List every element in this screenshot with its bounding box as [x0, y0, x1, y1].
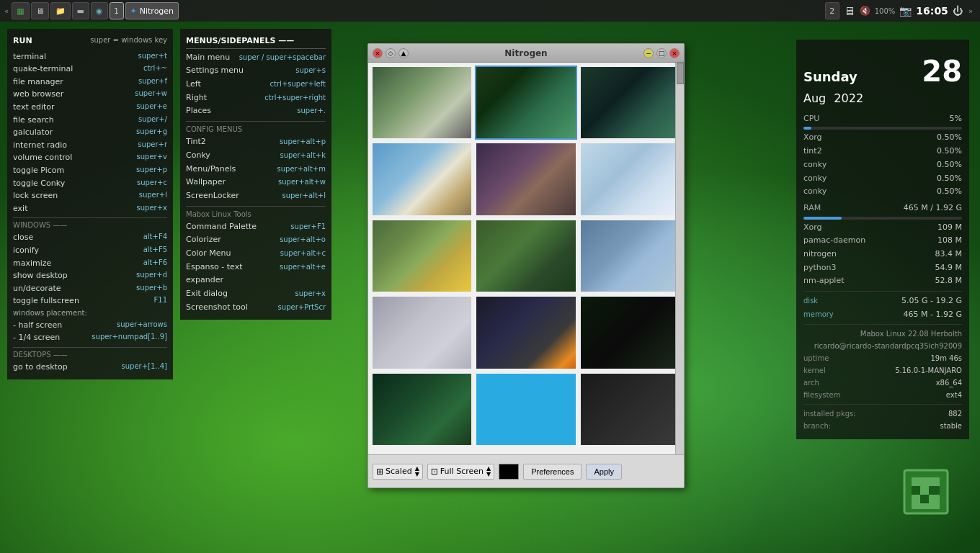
scaled-down-arrow[interactable]: ▼ — [415, 472, 419, 477]
fullscreen-label: Full Screen — [440, 467, 484, 476]
workspace-number-1[interactable]: 1 — [110, 2, 124, 19]
menu-espanso[interactable]: Espanso - text expandersuper+alt+e — [186, 261, 326, 287]
power-icon[interactable]: ⏻ — [953, 5, 963, 17]
window-x-button[interactable]: × — [669, 48, 680, 58]
wallpaper-thumb-15[interactable] — [579, 372, 681, 446]
shortcut-terminal[interactable]: terminalsuper+t — [13, 50, 167, 63]
proc-conky2: conky0.50% — [803, 172, 962, 186]
menu-screenshot[interactable]: Screenshot toolsuper+PrtScr — [186, 301, 326, 315]
shortcut-exit[interactable]: exitsuper+x — [13, 202, 167, 215]
scaled-spinner[interactable]: ▲ ▼ — [415, 466, 419, 477]
shortcut-undecorate[interactable]: un/decoratesuper+b — [13, 282, 167, 295]
cpu-bar-fill — [803, 127, 811, 130]
os-label: Mabox Linux 22.08 Herbolth — [803, 328, 962, 340]
shortcut-editor[interactable]: text editorsuper+e — [13, 101, 167, 114]
menu-settings[interactable]: Settings menusuper+s — [186, 64, 326, 78]
mode-scaled-container: ⊞ Scaled ▲ ▼ — [373, 464, 423, 480]
wallpaper-thumb-6[interactable] — [579, 142, 681, 216]
menu-cmdpalette[interactable]: Command Palettesuper+F1 — [186, 220, 326, 234]
taskbar-left-arrow[interactable]: « — [3, 7, 10, 15]
color-swatch[interactable] — [499, 464, 519, 480]
taskbar-right-arrow[interactable]: » — [967, 7, 974, 15]
shortcut-quarterscreen[interactable]: - 1/4 screensuper+numpad[1..9] — [13, 331, 167, 344]
wallpaper-thumb-2[interactable] — [475, 66, 576, 140]
wallpaper-thumb-16[interactable] — [579, 449, 681, 451]
menu-tint2[interactable]: Tint2super+alt+p — [186, 135, 326, 149]
proc-xorg: Xorg0.50% — [803, 131, 962, 145]
shortcut-browser[interactable]: web browsersuper+w — [13, 88, 167, 101]
wallpaper-thumb-9[interactable] — [579, 219, 681, 293]
window-close-button[interactable]: × — [373, 48, 383, 58]
kernel-row: kernel 5.16.0-1-MANJARO — [803, 364, 962, 377]
svg-rect-10 — [912, 503, 940, 509]
shortcut-fullscreen[interactable]: toggle fullscreenF11 — [13, 295, 167, 307]
taskbar-workspace-files[interactable]: 📁 — [50, 2, 71, 19]
preferences-button[interactable]: Preferences — [523, 464, 582, 480]
shortcut-filemanager[interactable]: file managersuper+f — [13, 76, 167, 89]
wallpaper-thumb-1[interactable] — [371, 66, 473, 140]
menu-right[interactable]: Rightctrl+super+right — [186, 91, 326, 105]
shortcut-picom[interactable]: toggle Picomsuper+p — [13, 164, 167, 177]
wallpaper-thumb-4[interactable] — [371, 142, 473, 216]
menu-conky[interactable]: Conkysuper+alt+k — [186, 149, 326, 163]
shortcut-volume[interactable]: volume controlsuper+v — [13, 151, 167, 164]
sysinfo-panel: Sunday Aug 2022 28 CPU 5% Xorg0.50% tint… — [796, 40, 969, 439]
shortcut-iconify[interactable]: iconifyalt+F5 — [13, 244, 167, 257]
tools-divider: Mabox Linux Tools — [186, 206, 326, 220]
shortcut-galculator[interactable]: galculatorsuper+g — [13, 126, 167, 139]
uptime-label: uptime — [803, 352, 829, 364]
wallpaper-thumb-3[interactable] — [579, 66, 681, 140]
ram-proc-nm: nm-applet52.8 M — [803, 274, 962, 288]
taskbar-workspace-monitor[interactable]: 🖥 — [31, 2, 49, 19]
arch-row: arch x86_64 — [803, 377, 962, 389]
wallpaper-thumb-10[interactable] — [371, 295, 473, 369]
menu-main[interactable]: Main menusuper / super+spacebar — [186, 51, 326, 65]
menu-places[interactable]: Placessuper+. — [186, 104, 326, 118]
window-minimize-button[interactable]: − — [643, 48, 654, 58]
taskbar-workspace-browser[interactable]: ◉ — [91, 2, 108, 19]
wallpaper-thumb-7[interactable] — [371, 219, 473, 293]
wallpaper-thumb-13[interactable] — [371, 372, 473, 446]
shortcut-filesearch[interactable]: file searchsuper+/ — [13, 114, 167, 127]
camera-icon[interactable]: 📷 — [899, 5, 912, 17]
shortcut-lock[interactable]: lock screensuper+l — [13, 189, 167, 202]
apply-button[interactable]: Apply — [586, 464, 622, 480]
fullscreen-spinner[interactable]: ▲ ▼ — [486, 466, 491, 477]
fullscreen-down-arrow[interactable]: ▼ — [486, 472, 491, 477]
shortcut-showdesktop[interactable]: show desktopsuper+d — [13, 269, 167, 282]
wallpaper-thumb-14[interactable] — [475, 372, 576, 446]
taskbar-workspace-manjaro[interactable]: ▦ — [12, 2, 29, 19]
ram-label: RAM — [803, 202, 821, 215]
month: Aug — [803, 91, 826, 105]
menu-colorizer[interactable]: Colorizersuper+alt+o — [186, 233, 326, 247]
taskbar-nitrogen-app[interactable]: ✦ Nitrogen — [125, 2, 179, 19]
shortcut-radio[interactable]: internet radiosuper+r — [13, 139, 167, 152]
menu-wallpaper[interactable]: Wallpapersuper+alt+w — [186, 176, 326, 189]
menu-colormenu[interactable]: Color Menusuper+alt+c — [186, 247, 326, 261]
wallpaper-thumb-11[interactable] — [475, 295, 576, 369]
shortcut-gotodesktop[interactable]: go to desktopsuper+[1..4] — [13, 361, 167, 374]
window-maximize-button[interactable]: □ — [656, 48, 667, 58]
menu-exitdialog[interactable]: Exit dialogsuper+x — [186, 287, 326, 301]
taskbar-workspace-terminal[interactable]: ▬ — [72, 2, 89, 19]
scrollbar-track[interactable] — [675, 63, 684, 454]
wallpaper-thumb-12[interactable] — [579, 295, 681, 369]
volume-icon[interactable]: 🔇 — [860, 6, 870, 16]
workspace-2[interactable]: 2 — [825, 2, 839, 19]
menu-left[interactable]: Leftctrl+super+left — [186, 78, 326, 91]
shortcut-close[interactable]: closealt+F4 — [13, 231, 167, 244]
window-up-button[interactable]: ▲ — [398, 48, 409, 58]
shortcut-quake[interactable]: quake-terminalctrl+~ — [13, 63, 167, 76]
shortcut-halfscreen[interactable]: - half screensuper+arrows — [13, 319, 167, 332]
memory-row: memory 465 M - 1.92 G — [803, 308, 962, 322]
wallpaper-thumb-5[interactable] — [475, 142, 576, 216]
menu-menupanels[interactable]: Menu/Panelssuper+alt+m — [186, 163, 326, 176]
shortcut-conky[interactable]: toggle Conkysuper+c — [13, 177, 167, 190]
nitrogen-label: Nitrogen — [140, 6, 174, 16]
menu-screenlocker[interactable]: ScreenLockersuper+alt+l — [186, 189, 326, 203]
menus-panel: MENUS/SIDEPANELS —— Main menusuper / sup… — [180, 29, 331, 320]
window-pin-button[interactable]: ◇ — [386, 48, 396, 58]
wallpaper-thumb-8[interactable] — [475, 219, 576, 293]
scrollbar-thumb[interactable] — [677, 63, 684, 84]
shortcut-maximize[interactable]: maximizealt+F6 — [13, 257, 167, 270]
